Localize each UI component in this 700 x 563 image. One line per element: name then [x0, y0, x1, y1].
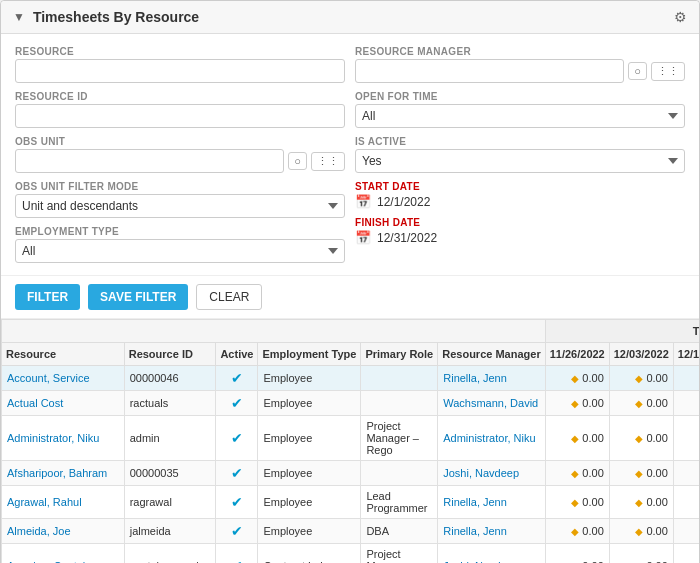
resource-label: RESOURCE [15, 46, 345, 57]
cell-resource-manager[interactable]: Wachsmann, David [438, 391, 545, 416]
cell-hours-1: ◆ 0.00 [545, 519, 609, 544]
is-active-select[interactable]: Yes No All [355, 149, 685, 173]
obs-unit-filter-mode-group: OBS UNIT FILTER MODE Unit and descendant… [15, 181, 345, 218]
group-header-row: Timesheet Hours [2, 320, 700, 343]
checkmark-icon: ✔ [231, 494, 243, 510]
cell-hours-3: ◆ 0.00 [673, 391, 699, 416]
resource-field-group: RESOURCE [15, 46, 345, 83]
finish-date-label: FINISH DATE [355, 217, 685, 228]
cell-primary-role: DBA [361, 519, 438, 544]
start-date-value: 12/1/2022 [377, 195, 430, 209]
cell-resource-id: 00000035 [124, 461, 216, 486]
col-resource-id: Resource ID [124, 343, 216, 366]
calendar-icon-start: 📅 [355, 194, 371, 209]
cell-resource-manager[interactable]: Joshi, Navdeep [438, 461, 545, 486]
cell-hours-2: ◆ 0.00 [609, 544, 673, 564]
coin-icon: ◆ [635, 433, 643, 444]
collapse-icon[interactable]: ▼ [13, 10, 25, 24]
table-row: Agrawal, Rahulragrawal✔EmployeeLead Prog… [2, 486, 700, 519]
resource-id-input[interactable] [15, 104, 345, 128]
coin-icon: ◆ [571, 433, 579, 444]
cell-active: ✔ [216, 544, 258, 564]
finish-date-value: 12/31/2022 [377, 231, 437, 245]
table-row: Almeida, Joejalmeida✔EmployeeDBARinella,… [2, 519, 700, 544]
cell-hours-3: ◆ 0.00 [673, 519, 699, 544]
start-date-label: START DATE [355, 181, 685, 192]
cell-resource-id: jalmeida [124, 519, 216, 544]
cell-resource[interactable]: Actual Cost [2, 391, 125, 416]
filter-button[interactable]: FILTER [15, 284, 80, 310]
obs-unit-menu-btn[interactable]: ⋮⋮ [311, 152, 345, 171]
table-row: Afsharipoor, Bahram00000035✔EmployeeJosh… [2, 461, 700, 486]
table-row: America, Captaincaptain_america✔Contract… [2, 544, 700, 564]
cell-resource[interactable]: Afsharipoor, Bahram [2, 461, 125, 486]
coin-icon: ◆ [571, 468, 579, 479]
settings-icon[interactable]: ⚙ [674, 9, 687, 25]
finish-date-row: 📅 12/31/2022 [355, 230, 685, 245]
widget-header: ▼ Timesheets By Resource ⚙ [1, 1, 699, 34]
cell-hours-2: ◆ 0.00 [609, 461, 673, 486]
open-for-time-label: OPEN FOR TIME [355, 91, 685, 102]
resource-manager-radio-btn[interactable]: ○ [628, 62, 647, 80]
cell-resource[interactable]: Administrator, Niku [2, 416, 125, 461]
save-filter-button[interactable]: SAVE FILTER [88, 284, 188, 310]
filter-section: RESOURCE RESOURCE ID OBS UNIT ○ ⋮⋮ OBS U… [1, 34, 699, 276]
checkmark-icon: ✔ [231, 523, 243, 539]
employment-type-select[interactable]: All Employee Contract Labour [15, 239, 345, 263]
cell-resource-manager[interactable]: Administrator, Niku [438, 416, 545, 461]
cell-resource-id: 00000046 [124, 366, 216, 391]
cell-hours-3: ◆ 0.00 [673, 486, 699, 519]
cell-resource-id: captain_america [124, 544, 216, 564]
cell-hours-2: ◆ 0.00 [609, 486, 673, 519]
cell-resource-manager[interactable]: Rinella, Jenn [438, 366, 545, 391]
cell-active: ✔ [216, 391, 258, 416]
checkmark-icon: ✔ [231, 370, 243, 386]
resource-id-label: RESOURCE ID [15, 91, 345, 102]
widget-header-left: ▼ Timesheets By Resource [13, 9, 199, 25]
obs-unit-input[interactable] [15, 149, 284, 173]
cell-hours-1: ◆ 0.00 [545, 486, 609, 519]
employment-type-group: EMPLOYMENT TYPE All Employee Contract La… [15, 226, 345, 263]
resource-manager-label: RESOURCE MANAGER [355, 46, 685, 57]
is-active-group: IS ACTIVE Yes No All [355, 136, 685, 173]
cell-resource[interactable]: America, Captain [2, 544, 125, 564]
calendar-icon-finish: 📅 [355, 230, 371, 245]
obs-unit-field-group: OBS UNIT ○ ⋮⋮ [15, 136, 345, 173]
cell-resource-manager[interactable]: Rinella, Jenn [438, 519, 545, 544]
cell-resource-manager[interactable]: Joshi, Navdeep [438, 544, 545, 564]
open-for-time-group: OPEN FOR TIME All Yes No [355, 91, 685, 128]
column-header-row: Resource Resource ID Active Employment T… [2, 343, 700, 366]
obs-unit-filter-mode-select[interactable]: Unit and descendants Unit only All units [15, 194, 345, 218]
obs-unit-radio-btn[interactable]: ○ [288, 152, 307, 170]
cell-resource[interactable]: Almeida, Joe [2, 519, 125, 544]
cell-employment-type: Employee [258, 519, 361, 544]
resource-manager-menu-btn[interactable]: ⋮⋮ [651, 62, 685, 81]
coin-icon: ◆ [635, 398, 643, 409]
resource-manager-input[interactable] [355, 59, 624, 83]
checkmark-icon: ✔ [231, 558, 243, 563]
cell-resource[interactable]: Agrawal, Rahul [2, 486, 125, 519]
resource-id-field-group: RESOURCE ID [15, 91, 345, 128]
cell-active: ✔ [216, 519, 258, 544]
clear-button[interactable]: CLEAR [196, 284, 262, 310]
cell-active: ✔ [216, 461, 258, 486]
cell-resource-id: ragrawal [124, 486, 216, 519]
resource-input[interactable] [15, 59, 345, 83]
table-body: Account, Service00000046✔EmployeeRinella… [2, 366, 700, 564]
col-date-3: 12/10/2022 [673, 343, 699, 366]
cell-employment-type: Contract Labour [258, 544, 361, 564]
cell-resource[interactable]: Account, Service [2, 366, 125, 391]
open-for-time-select[interactable]: All Yes No [355, 104, 685, 128]
cell-primary-role: Project Manager – Rego [361, 416, 438, 461]
table-container: Timesheet Hours Resource Resource ID Act… [1, 319, 699, 563]
is-active-label: IS ACTIVE [355, 136, 685, 147]
table-row: Administrator, Nikuadmin✔EmployeeProject… [2, 416, 700, 461]
cell-resource-manager[interactable]: Rinella, Jenn [438, 486, 545, 519]
start-date-group: START DATE 📅 12/1/2022 [355, 181, 685, 209]
cell-hours-2: ◆ 0.00 [609, 519, 673, 544]
cell-hours-3: ◆ 0.00 [673, 544, 699, 564]
cell-hours-2: ◆ 0.00 [609, 416, 673, 461]
buttons-row: FILTER SAVE FILTER CLEAR [1, 276, 699, 319]
col-primary-role: Primary Role [361, 343, 438, 366]
table-row: Account, Service00000046✔EmployeeRinella… [2, 366, 700, 391]
